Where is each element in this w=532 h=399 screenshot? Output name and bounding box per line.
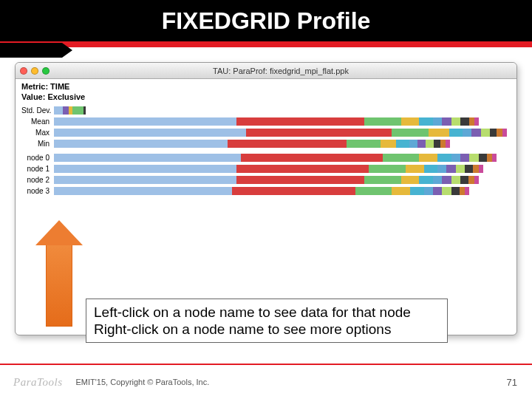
bar-segment[interactable] bbox=[446, 165, 455, 173]
bar-track[interactable] bbox=[54, 117, 511, 126]
bar-segment[interactable] bbox=[63, 106, 68, 115]
bar-segment[interactable] bbox=[364, 117, 400, 126]
bar-segment[interactable] bbox=[54, 140, 228, 148]
row-label[interactable]: Max bbox=[21, 129, 54, 137]
bar-segment[interactable] bbox=[401, 117, 420, 126]
bar-segment[interactable] bbox=[381, 140, 397, 148]
bar-segment[interactable] bbox=[451, 187, 460, 195]
bar-track[interactable] bbox=[54, 129, 511, 137]
bar-segment[interactable] bbox=[54, 154, 241, 162]
bar-segment[interactable] bbox=[442, 176, 451, 184]
bar-segment[interactable] bbox=[474, 117, 479, 126]
bar-segment[interactable] bbox=[54, 117, 236, 126]
bar-track[interactable] bbox=[54, 176, 511, 184]
profile-chart[interactable]: Std. Dev.MeanMaxMinnode 0node 1node 2nod… bbox=[16, 104, 516, 203]
bar-segment[interactable] bbox=[437, 154, 451, 162]
bar-segment[interactable] bbox=[465, 165, 473, 173]
bar-segment[interactable] bbox=[442, 117, 451, 126]
bar-segment[interactable] bbox=[392, 187, 410, 195]
bar-segment[interactable] bbox=[409, 140, 417, 148]
chart-row[interactable]: Mean bbox=[21, 117, 511, 127]
bar-segment[interactable] bbox=[383, 154, 419, 162]
bar-segment[interactable] bbox=[396, 140, 409, 148]
bar-track[interactable] bbox=[54, 106, 511, 115]
bar-segment[interactable] bbox=[236, 117, 364, 126]
bar-segment[interactable] bbox=[451, 117, 460, 126]
bar-segment[interactable] bbox=[463, 129, 471, 137]
zoom-icon[interactable] bbox=[42, 67, 50, 75]
bar-segment[interactable] bbox=[406, 165, 424, 173]
bar-segment[interactable] bbox=[419, 176, 433, 184]
row-label[interactable]: Min bbox=[21, 140, 54, 148]
bar-segment[interactable] bbox=[433, 176, 442, 184]
bar-segment[interactable] bbox=[481, 129, 490, 137]
bar-segment[interactable] bbox=[465, 187, 469, 195]
chart-row[interactable]: Min bbox=[21, 139, 511, 149]
bar-segment[interactable] bbox=[426, 140, 434, 148]
chart-row[interactable]: node 3 bbox=[21, 186, 511, 197]
row-label[interactable]: node 2 bbox=[21, 176, 54, 184]
bar-segment[interactable] bbox=[433, 117, 442, 126]
bar-segment[interactable] bbox=[460, 187, 465, 195]
chart-row[interactable]: node 1 bbox=[21, 164, 511, 174]
bar-segment[interactable] bbox=[479, 165, 483, 173]
bar-segment[interactable] bbox=[54, 176, 236, 184]
bar-segment[interactable] bbox=[497, 129, 502, 137]
bar-segment[interactable] bbox=[460, 154, 469, 162]
bar-segment[interactable] bbox=[456, 165, 465, 173]
bar-segment[interactable] bbox=[424, 187, 433, 195]
chart-row[interactable]: Std. Dev. bbox=[21, 106, 511, 116]
close-icon[interactable] bbox=[20, 67, 27, 75]
bar-segment[interactable] bbox=[419, 154, 437, 162]
row-label[interactable]: Mean bbox=[21, 117, 54, 126]
bar-track[interactable] bbox=[54, 187, 511, 195]
row-label[interactable]: node 1 bbox=[21, 165, 54, 173]
chart-row[interactable]: node 2 bbox=[21, 175, 511, 185]
bar-segment[interactable] bbox=[54, 165, 236, 173]
bar-segment[interactable] bbox=[451, 154, 460, 162]
bar-segment[interactable] bbox=[468, 176, 474, 184]
bar-segment[interactable] bbox=[434, 140, 440, 148]
bar-segment[interactable] bbox=[54, 129, 246, 137]
bar-segment[interactable] bbox=[236, 165, 369, 173]
bar-segment[interactable] bbox=[410, 187, 424, 195]
bar-segment[interactable] bbox=[429, 129, 449, 137]
bar-segment[interactable] bbox=[490, 129, 497, 137]
bar-segment[interactable] bbox=[241, 154, 383, 162]
row-label[interactable]: node 0 bbox=[21, 154, 54, 162]
bar-segment[interactable] bbox=[232, 187, 355, 195]
bar-segment[interactable] bbox=[54, 187, 232, 195]
bar-segment[interactable] bbox=[347, 140, 381, 148]
bar-segment[interactable] bbox=[369, 165, 405, 173]
bar-segment[interactable] bbox=[433, 187, 442, 195]
bar-segment[interactable] bbox=[419, 117, 433, 126]
bar-segment[interactable] bbox=[449, 129, 463, 137]
row-label[interactable]: Std. Dev. bbox=[21, 106, 54, 115]
bar-segment[interactable] bbox=[417, 140, 426, 148]
bar-track[interactable] bbox=[54, 154, 511, 162]
traffic-lights[interactable] bbox=[20, 67, 50, 75]
bar-segment[interactable] bbox=[451, 176, 460, 184]
bar-segment[interactable] bbox=[446, 140, 450, 148]
bar-segment[interactable] bbox=[473, 165, 478, 173]
row-label[interactable]: node 3 bbox=[21, 187, 54, 195]
bar-segment[interactable] bbox=[469, 154, 478, 162]
bar-segment[interactable] bbox=[460, 117, 469, 126]
bar-segment[interactable] bbox=[492, 154, 497, 162]
bar-segment[interactable] bbox=[460, 176, 468, 184]
bar-segment[interactable] bbox=[401, 176, 420, 184]
chart-row[interactable]: node 0 bbox=[21, 153, 511, 163]
minimize-icon[interactable] bbox=[31, 67, 38, 75]
bar-segment[interactable] bbox=[246, 129, 392, 137]
bar-segment[interactable] bbox=[236, 176, 364, 184]
chart-row[interactable]: Max bbox=[21, 128, 511, 138]
bar-segment[interactable] bbox=[83, 106, 86, 115]
bar-segment[interactable] bbox=[355, 187, 392, 195]
bar-segment[interactable] bbox=[54, 106, 63, 115]
bar-segment[interactable] bbox=[392, 129, 428, 137]
bar-segment[interactable] bbox=[424, 165, 438, 173]
bar-track[interactable] bbox=[54, 165, 511, 173]
bar-segment[interactable] bbox=[479, 154, 487, 162]
bar-segment[interactable] bbox=[72, 106, 83, 115]
bar-segment[interactable] bbox=[228, 140, 347, 148]
